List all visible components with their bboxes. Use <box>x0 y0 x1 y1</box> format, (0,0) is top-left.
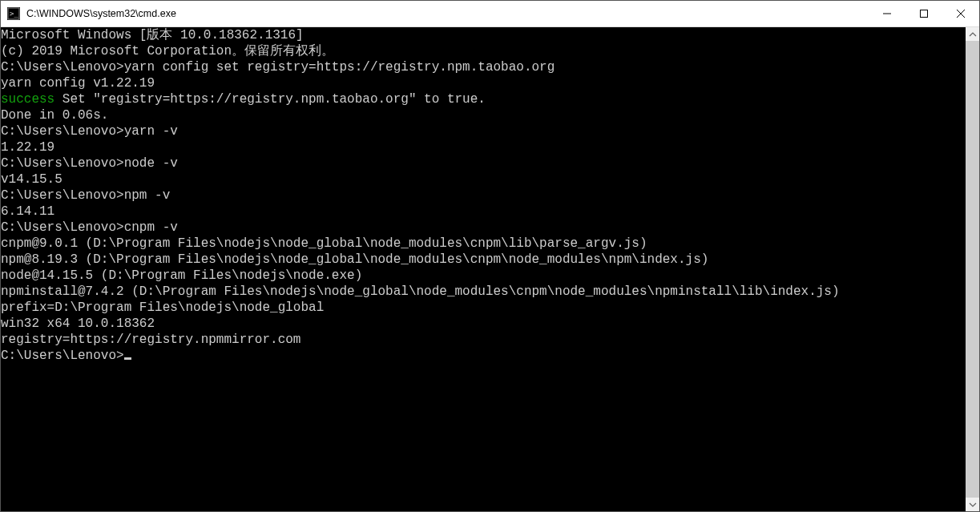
output-line: 1.22.19 <box>1 139 966 155</box>
scroll-track[interactable] <box>966 41 979 498</box>
output-line: (c) 2019 Microsoft Corporation。保留所有权利。 <box>1 43 966 59</box>
output-text: Set "registry=https://registry.npm.taoba… <box>54 92 486 107</box>
output-line: v14.15.5 <box>1 171 966 187</box>
prompt-line: C:\Users\Lenovo>npm -v <box>1 187 966 204</box>
close-button[interactable] <box>942 1 979 26</box>
output-line: node@14.15.5 (D:\Program Files\nodejs\no… <box>1 268 966 284</box>
prompt-line: C:\Users\Lenovo>yarn config set registry… <box>1 59 966 75</box>
output-line: npm@8.19.3 (D:\Program Files\nodejs\node… <box>1 252 966 268</box>
output-line: Microsoft Windows [版本 10.0.18362.1316] <box>1 27 966 43</box>
prompt: C:\Users\Lenovo> <box>1 188 124 203</box>
success-token: success <box>1 92 54 107</box>
prompt-line: C:\Users\Lenovo>node -v <box>1 155 966 171</box>
prompt: C:\Users\Lenovo> <box>1 156 124 171</box>
output-line: win32 x64 10.0.18362 <box>1 316 966 332</box>
cmd-window: >_ C:\WINDOWS\system32\cmd.exe Microsoft… <box>0 0 980 512</box>
window-title: C:\WINDOWS\system32\cmd.exe <box>26 8 176 19</box>
svg-rect-3 <box>921 10 928 18</box>
output-line: Done in 0.06s. <box>1 107 966 123</box>
command-text: yarn config set registry=https://registr… <box>124 60 555 75</box>
client-area: Microsoft Windows [版本 10.0.18362.1316](c… <box>1 27 979 511</box>
svg-text:>_: >_ <box>10 10 18 18</box>
scroll-thumb[interactable] <box>966 41 979 498</box>
output-line: cnpm@9.0.1 (D:\Program Files\nodejs\node… <box>1 236 966 252</box>
titlebar[interactable]: >_ C:\WINDOWS\system32\cmd.exe <box>1 1 979 27</box>
prompt: C:\Users\Lenovo> <box>1 220 124 235</box>
command-text: npm -v <box>124 188 171 203</box>
cursor <box>124 357 131 360</box>
command-text: cnpm -v <box>124 220 178 235</box>
output-line: 6.14.11 <box>1 204 966 220</box>
prompt: C:\Users\Lenovo> <box>1 349 124 363</box>
vertical-scrollbar[interactable] <box>966 27 979 511</box>
output-line: success Set "registry=https://registry.n… <box>1 91 966 107</box>
output-line: yarn config v1.22.19 <box>1 75 966 91</box>
output-line: registry=https://registry.npmmirror.com <box>1 332 966 348</box>
cmd-icon: >_ <box>7 7 20 20</box>
scroll-up-button[interactable] <box>966 27 979 41</box>
command-text: yarn -v <box>124 124 178 139</box>
prompt: C:\Users\Lenovo> <box>1 60 124 75</box>
prompt-line: C:\Users\Lenovo>cnpm -v <box>1 220 966 236</box>
prompt-line: C:\Users\Lenovo> <box>1 348 966 364</box>
command-text: node -v <box>124 156 178 171</box>
output-line: npminstall@7.4.2 (D:\Program Files\nodej… <box>1 284 966 300</box>
terminal-output[interactable]: Microsoft Windows [版本 10.0.18362.1316](c… <box>1 27 966 511</box>
prompt: C:\Users\Lenovo> <box>1 124 124 139</box>
maximize-button[interactable] <box>905 1 942 26</box>
scroll-down-button[interactable] <box>966 498 979 511</box>
minimize-button[interactable] <box>869 1 905 26</box>
prompt-line: C:\Users\Lenovo>yarn -v <box>1 123 966 139</box>
output-line: prefix=D:\Program Files\nodejs\node_glob… <box>1 300 966 316</box>
